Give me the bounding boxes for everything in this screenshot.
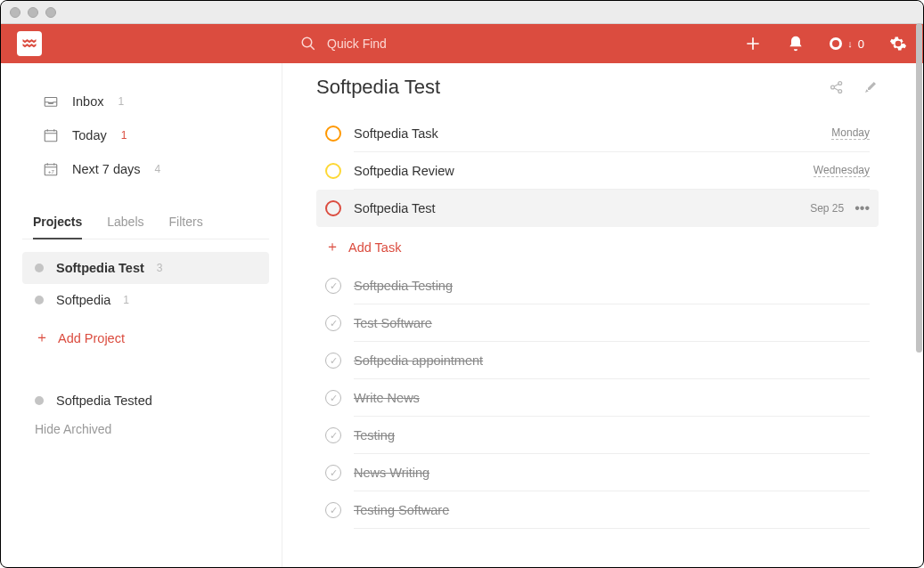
task-checkbox-done[interactable] bbox=[325, 390, 341, 406]
task-checkbox[interactable] bbox=[325, 200, 341, 216]
task-row[interactable]: Softpedia TestSep 25••• bbox=[316, 190, 879, 227]
search-icon bbox=[300, 36, 316, 52]
add-task-button[interactable]: ＋ Add Task bbox=[316, 227, 879, 267]
project-item-softpedia-test[interactable]: Softpedia Test 3 bbox=[22, 252, 269, 284]
main-panel: Softpedia Test Softpedia TaskMondaySoftp… bbox=[282, 63, 923, 567]
top-bar: Quick Find ↓ 0 bbox=[1, 24, 923, 63]
task-checkbox-done[interactable] bbox=[325, 315, 341, 331]
hide-archived-button[interactable]: Hide Archived bbox=[22, 417, 269, 442]
task-name: Testing bbox=[354, 428, 395, 442]
task-checkbox[interactable] bbox=[325, 126, 341, 142]
svg-line-1 bbox=[310, 45, 315, 50]
minimize-window-button[interactable] bbox=[28, 7, 38, 18]
tab-filters[interactable]: Filters bbox=[169, 215, 203, 239]
project-name: Softpedia Test bbox=[56, 261, 144, 275]
page-title: Softpedia Test bbox=[316, 76, 440, 99]
project-count: 3 bbox=[157, 262, 163, 274]
completed-task-list: Softpedia TestingTest SoftwareSoftpedia … bbox=[316, 267, 879, 529]
main-header: Softpedia Test bbox=[316, 76, 879, 99]
task-name: Test Software bbox=[354, 316, 432, 330]
completed-task-row[interactable]: Softpedia Testing bbox=[316, 267, 879, 304]
search-area[interactable]: Quick Find bbox=[300, 36, 387, 52]
app-logo[interactable] bbox=[17, 31, 42, 56]
project-list: Softpedia Test 3 Softpedia 1 ＋ Add Proje… bbox=[22, 252, 269, 356]
task-name: Testing Software bbox=[354, 503, 449, 517]
task-row[interactable]: Softpedia ReviewWednesday bbox=[316, 152, 879, 190]
calendar-today-icon bbox=[42, 127, 60, 143]
scrollbar-thumb[interactable] bbox=[916, 23, 922, 353]
nav-today[interactable]: Today 1 bbox=[22, 118, 269, 152]
task-date[interactable]: Wednesday bbox=[814, 164, 870, 177]
project-color-dot bbox=[35, 264, 44, 272]
task-more-icon[interactable]: ••• bbox=[854, 200, 870, 216]
task-name: News Writing bbox=[354, 466, 429, 480]
nav-next7-label: Next 7 days bbox=[72, 162, 141, 176]
svg-text:+7: +7 bbox=[48, 169, 55, 174]
task-row[interactable]: Softpedia TaskMonday bbox=[316, 115, 879, 152]
search-placeholder: Quick Find bbox=[327, 37, 387, 51]
project-item-softpedia[interactable]: Softpedia 1 bbox=[22, 284, 269, 316]
svg-line-18 bbox=[834, 88, 838, 91]
sidebar-tabs: Projects Labels Filters bbox=[22, 199, 269, 239]
task-name: Softpedia Review bbox=[354, 164, 454, 178]
karma-counter[interactable]: ↓ 0 bbox=[830, 37, 864, 51]
completed-task-row[interactable]: Test Software bbox=[316, 304, 879, 342]
nav-next7-count: 4 bbox=[155, 163, 161, 175]
task-checkbox[interactable] bbox=[325, 163, 341, 179]
karma-icon bbox=[830, 37, 842, 50]
nav-today-label: Today bbox=[72, 128, 107, 142]
settings-icon[interactable] bbox=[889, 35, 907, 53]
task-name: Softpedia appointment bbox=[354, 353, 483, 368]
completed-task-row[interactable]: Testing Software bbox=[316, 491, 879, 529]
tools-icon[interactable] bbox=[863, 79, 879, 95]
add-project-button[interactable]: ＋ Add Project bbox=[22, 320, 269, 356]
project-count: 1 bbox=[123, 294, 129, 306]
add-project-label: Add Project bbox=[58, 331, 125, 345]
task-checkbox-done[interactable] bbox=[325, 353, 341, 369]
task-name: Softpedia Test bbox=[354, 201, 436, 215]
add-icon[interactable] bbox=[744, 35, 762, 53]
archived-project[interactable]: Softpedia Tested bbox=[22, 385, 269, 417]
inbox-icon bbox=[42, 93, 60, 110]
nav-inbox-label: Inbox bbox=[72, 94, 103, 109]
task-date[interactable]: Monday bbox=[831, 126, 870, 140]
add-task-label: Add Task bbox=[348, 240, 401, 255]
task-name: Softpedia Testing bbox=[354, 279, 453, 293]
scrollbar[interactable] bbox=[915, 23, 922, 557]
task-name: Softpedia Task bbox=[354, 126, 438, 141]
task-checkbox-done[interactable] bbox=[325, 427, 341, 443]
task-list: Softpedia TaskMondaySoftpedia ReviewWedn… bbox=[316, 115, 879, 227]
calendar-week-icon: +7 bbox=[42, 161, 60, 177]
svg-line-17 bbox=[834, 84, 838, 86]
task-date[interactable]: Sep 25 bbox=[810, 202, 844, 215]
maximize-window-button[interactable] bbox=[45, 7, 56, 18]
svg-rect-5 bbox=[45, 131, 57, 142]
sidebar: Inbox 1 Today 1 +7 Next 7 days 4 Project… bbox=[1, 63, 282, 567]
tab-labels[interactable]: Labels bbox=[107, 215, 143, 239]
nav-today-count: 1 bbox=[121, 129, 127, 142]
plus-icon: ＋ bbox=[325, 238, 336, 256]
task-name: Write News bbox=[354, 391, 420, 405]
completed-task-row[interactable]: Testing bbox=[316, 417, 879, 454]
task-checkbox-done[interactable] bbox=[325, 502, 341, 518]
project-color-dot bbox=[35, 296, 44, 304]
archived-project-name: Softpedia Tested bbox=[56, 394, 152, 408]
task-checkbox-done[interactable] bbox=[325, 465, 341, 481]
project-color-dot bbox=[35, 396, 44, 405]
share-icon[interactable] bbox=[829, 79, 845, 95]
completed-task-row[interactable]: News Writing bbox=[316, 454, 879, 491]
window-titlebar bbox=[1, 1, 923, 24]
nav-inbox-count: 1 bbox=[118, 95, 124, 108]
notifications-icon[interactable] bbox=[787, 35, 805, 53]
tab-projects[interactable]: Projects bbox=[33, 215, 82, 239]
project-name: Softpedia bbox=[56, 293, 110, 307]
plus-icon: ＋ bbox=[35, 329, 45, 347]
completed-task-row[interactable]: Softpedia appointment bbox=[316, 342, 879, 379]
completed-task-row[interactable]: Write News bbox=[316, 379, 879, 417]
karma-value: 0 bbox=[858, 37, 864, 51]
svg-point-0 bbox=[302, 37, 312, 47]
nav-inbox[interactable]: Inbox 1 bbox=[22, 85, 269, 118]
task-checkbox-done[interactable] bbox=[325, 278, 341, 294]
nav-next7days[interactable]: +7 Next 7 days 4 bbox=[22, 152, 269, 186]
close-window-button[interactable] bbox=[10, 7, 20, 18]
